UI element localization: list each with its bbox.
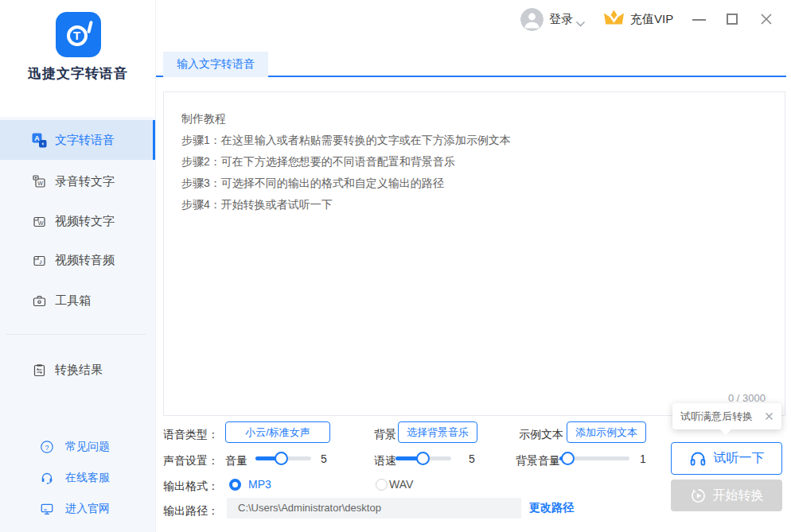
tooltip-close-icon[interactable] [765,412,773,421]
chevron-down-icon[interactable] [575,17,586,31]
char-counter: 0 / 3000 [728,392,766,404]
tab-bar: 输入文字转语音 [156,52,786,77]
play-icon [690,487,707,504]
maximize-button[interactable] [727,14,738,25]
change-path-link[interactable]: 更改路径 [529,501,574,515]
sidebar-item-audio-to-text[interactable]: W 录音转文字 [0,161,155,201]
sidebar-item-results[interactable]: 转换结果 [0,350,155,390]
video-to-text-icon: W [32,214,47,229]
output-path-input[interactable]: C:\Users\Administrator\desktop [227,498,521,518]
bg-music-button[interactable]: 选择背景音乐 [398,421,477,443]
headphones-icon [689,451,707,467]
sidebar-divider [6,334,146,335]
tooltip-text: 试听满意后转换 [680,410,765,424]
voice-type-label: 语音类型： [163,426,219,442]
preview-button-label: 试听一下 [714,450,765,467]
audio-to-text-icon: W [32,174,47,189]
volume-slider[interactable] [255,452,311,465]
sample-text-label: 示例文本 [519,426,563,442]
sample-text-button[interactable]: 添加示例文本 [567,421,646,443]
logo-letter: T [67,25,88,46]
tab-input-text-to-speech[interactable]: 输入文字转语音 [163,52,268,77]
volume-label: 音量 [225,452,247,468]
sidebar-item-video-to-text[interactable]: W 视频转文字 [0,201,155,241]
preview-button[interactable]: 试听一下 [671,442,782,475]
website-icon [40,502,54,516]
bg-music-label: 背景 [374,426,396,442]
speed-value: 5 [469,452,475,465]
output-path-label: 输出路径： [163,503,219,518]
convert-button[interactable]: 开始转换 [671,480,782,511]
svg-text:♪: ♪ [39,258,43,266]
editor-line: 制作教程 [181,108,767,130]
login-button[interactable]: 登录 [549,12,573,27]
toolbox-icon [32,293,47,309]
app-logo-icon: T [56,12,101,57]
volume-value: 5 [321,452,327,465]
output-format-label: 输出格式： [163,478,219,494]
sidebar-item-label: 在线客服 [65,471,110,485]
sidebar-item-website[interactable]: 进入官网 [0,494,155,524]
bg-volume-slider[interactable] [559,452,629,465]
sidebar-item-text-to-speech[interactable]: A 文字转语音 [0,120,155,160]
editor-line: 步骤2：可在下方选择您想要的不同语音配置和背景音乐 [181,151,767,173]
bg-volume-label: 背景音量 [516,452,560,468]
radio-wav-label[interactable]: WAV [389,478,413,491]
sidebar-item-faq[interactable]: ? 常见问题 [0,432,155,462]
results-icon [32,363,47,378]
editor-line: 步骤1：在这里输入或者粘贴需要转换的文字或在下方添加示例文本 [181,130,767,151]
sound-settings-label: 声音设置： [163,452,219,468]
radio-wav[interactable] [376,479,388,491]
sidebar-item-support[interactable]: 在线客服 [0,463,155,493]
app-title: 迅捷文字转语音 [0,64,156,83]
volume-slider-knob[interactable] [275,452,288,465]
speed-slider-knob[interactable] [416,452,430,465]
text-input-area[interactable]: 制作教程 步骤1：在这里输入或者粘贴需要转换的文字或在下方添加示例文本 步骤2：… [163,91,785,416]
text-to-speech-icon: A [32,133,47,148]
video-to-audio-icon: ♪ [32,253,47,268]
preview-tooltip: 试听满意后转换 [672,403,781,429]
sidebar-item-label: 视频转音频 [55,253,115,268]
support-icon [40,471,54,485]
bg-volume-slider-knob[interactable] [561,452,575,465]
sidebar-item-label: 进入官网 [65,502,110,516]
svg-text:W: W [37,181,43,186]
vip-crown-icon[interactable] [602,7,626,32]
sidebar-item-label: 转换结果 [55,363,103,378]
editor-line: 步骤4：开始转换或者试听一下 [181,194,767,216]
vip-button[interactable]: 充值VIP [630,12,673,27]
sidebar-item-toolbox[interactable]: 工具箱 [0,281,155,320]
sidebar-item-label: 常见问题 [65,440,110,454]
svg-text:?: ? [45,444,49,452]
close-button[interactable] [760,13,773,29]
sidebar-item-label: 视频转文字 [55,214,115,229]
radio-mp3-label[interactable]: MP3 [248,478,271,491]
sidebar-item-label: 录音转文字 [55,174,115,189]
editor-line: 步骤3：可选择不同的输出的格式和自定义输出的路径 [181,173,767,194]
sidebar-item-label: 工具箱 [55,293,91,309]
convert-button-label: 开始转换 [713,487,764,504]
svg-text:W: W [38,219,44,225]
sidebar: T 迅捷文字转语音 A 文字转语音 W 录音转文字 [0,0,156,532]
speed-label: 语速 [374,452,396,468]
bg-volume-value: 1 [640,452,646,465]
minimize-button[interactable] [692,19,706,21]
voice-type-button[interactable]: 小云/标准女声 [225,421,330,443]
sidebar-item-label: 文字转语音 [55,133,115,148]
sidebar-item-video-to-audio[interactable]: ♪ 视频转音频 [0,240,155,280]
radio-mp3[interactable] [229,479,241,491]
avatar[interactable] [520,8,544,31]
question-icon: ? [40,440,54,454]
speed-slider[interactable] [396,452,451,465]
